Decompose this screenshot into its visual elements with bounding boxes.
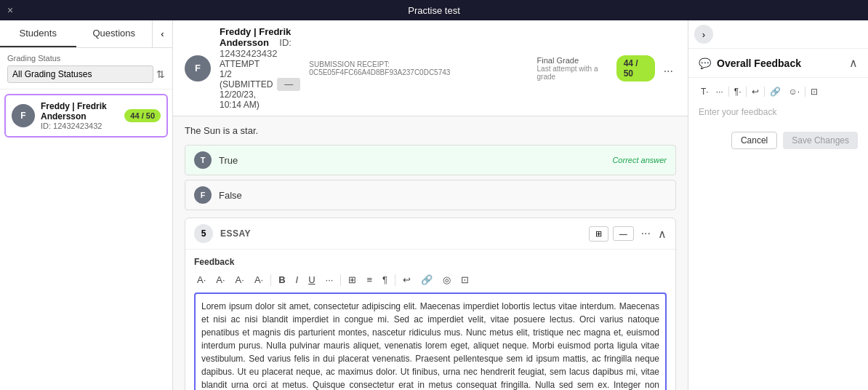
question-type: ESSAY bbox=[220, 228, 589, 239]
header-student-name: Freddy | Fredrik Andersson ID: 124324234… bbox=[220, 26, 300, 59]
final-grade-label: Final Grade bbox=[537, 56, 611, 65]
editor-sep-3 bbox=[764, 87, 765, 97]
editor-sep-4 bbox=[805, 87, 805, 97]
feedback-toolbar: A· A· A· A· B I U ··· ⊞ ≡ ¶ ↩ bbox=[194, 273, 667, 287]
feedback-tool-underline[interactable]: U bbox=[305, 273, 318, 287]
feedback-tool-para[interactable]: ¶ bbox=[379, 273, 390, 287]
overall-feedback-section: 💬 Overall Feedback ∧ T· ··· ¶· ↩ 🔗 ☺· bbox=[688, 49, 868, 156]
final-grade-badge: 44 / 50 bbox=[616, 55, 655, 81]
student-info: Freddy | Fredrik Andersson ID: 124324234… bbox=[41, 101, 118, 130]
essay-header: 5 ESSAY ⊞ — ··· ∧ bbox=[185, 218, 675, 250]
close-icon[interactable]: × bbox=[7, 4, 13, 16]
editor-sep-1 bbox=[728, 87, 729, 97]
tab-questions[interactable]: Questions bbox=[76, 20, 153, 47]
false-icon: F bbox=[194, 186, 212, 204]
sidebar-tabs: Students Questions ‹ bbox=[0, 20, 172, 48]
correct-answer-label: Correct answer bbox=[612, 156, 667, 164]
feedback-tool-link[interactable]: 🔗 bbox=[418, 273, 435, 287]
editor-tool-dots[interactable]: ··· bbox=[714, 85, 726, 98]
top-bar: × Practise test bbox=[0, 0, 868, 20]
editor-tool-link[interactable]: 🔗 bbox=[768, 85, 783, 98]
overall-feedback-cancel-button[interactable]: Cancel bbox=[731, 132, 777, 149]
editor-tool-para[interactable]: ¶· bbox=[732, 85, 744, 98]
essay-icon-btn-1[interactable]: ⊞ bbox=[589, 226, 608, 242]
question-text: The Sun is a star. bbox=[185, 125, 676, 136]
header-student-info: Freddy | Fredrik Andersson ID: 124324234… bbox=[220, 26, 300, 110]
toolbar-sep-1 bbox=[270, 274, 271, 286]
editor-tool-undo[interactable]: ↩ bbox=[750, 85, 761, 98]
feedback-text-area[interactable]: Lorem ipsum dolor sit amet, consectetur … bbox=[194, 292, 667, 390]
answer-false: F False bbox=[185, 180, 676, 210]
editor-tool-text[interactable]: T· bbox=[699, 85, 711, 98]
essay-more-button[interactable]: ··· bbox=[638, 227, 654, 240]
essay-section: 5 ESSAY ⊞ — ··· ∧ Feedback A· A· bbox=[185, 218, 676, 390]
questions-content: The Sun is a star. T True Correct answer… bbox=[173, 116, 688, 390]
attempt-button[interactable]: — bbox=[277, 78, 300, 91]
grading-status-select[interactable]: All Grading Statuses Graded Not Graded bbox=[7, 65, 153, 83]
main-layout: Students Questions ‹ Grading Status All … bbox=[0, 20, 868, 390]
true-icon: T bbox=[194, 151, 212, 169]
overall-feedback-collapse-button[interactable]: ∧ bbox=[849, 56, 858, 70]
final-grade-sublabel: Last attempt with a grade bbox=[537, 65, 611, 81]
false-label: False bbox=[219, 190, 667, 201]
overall-feedback-header[interactable]: 💬 Overall Feedback ∧ bbox=[688, 49, 868, 78]
feedback-tool-table[interactable]: ⊞ bbox=[345, 273, 359, 287]
feedback-tool-embed[interactable]: ◎ bbox=[440, 273, 454, 287]
true-label: True bbox=[219, 155, 612, 166]
student-avatar: F bbox=[12, 104, 35, 127]
overall-feedback-title: 💬 Overall Feedback bbox=[699, 57, 801, 69]
sidebar-nav-button[interactable]: ‹ bbox=[152, 20, 172, 47]
final-grade-section: Final Grade Last attempt with a grade 44… bbox=[537, 55, 676, 81]
feedback-label: Feedback bbox=[194, 257, 667, 267]
app-title: Practise test bbox=[408, 5, 460, 16]
right-panel-toggle: › bbox=[688, 20, 868, 49]
toolbar-sep-3 bbox=[395, 274, 395, 286]
feedback-tool-text[interactable]: A· bbox=[194, 273, 209, 287]
essay-collapse-button[interactable]: ∧ bbox=[658, 227, 667, 241]
toolbar-sep-2 bbox=[340, 274, 341, 286]
editor-placeholder[interactable]: Enter your feedback bbox=[699, 104, 858, 120]
overall-feedback-icon: 💬 bbox=[699, 57, 711, 69]
feedback-tool-color[interactable]: A· bbox=[213, 273, 228, 287]
feedback-tool-italic[interactable]: I bbox=[293, 273, 302, 287]
editor-sep-2 bbox=[746, 87, 747, 97]
content-area: F Freddy | Fredrik Andersson ID: 1243242… bbox=[173, 20, 688, 390]
feedback-tool-attach[interactable]: ⊡ bbox=[458, 273, 472, 287]
final-grade-info: Final Grade Last attempt with a grade bbox=[537, 56, 611, 81]
feedback-tool-highlight[interactable]: A· bbox=[233, 273, 247, 287]
tab-students[interactable]: Students bbox=[0, 20, 76, 47]
essay-toolbar-right: ⊞ — ··· ∧ bbox=[589, 226, 667, 242]
content-header: F Freddy | Fredrik Andersson ID: 1243242… bbox=[173, 20, 688, 116]
header-student-avatar: F bbox=[185, 55, 211, 81]
student-id: ID: 12432423432 bbox=[41, 122, 118, 130]
editor-toolbar: T· ··· ¶· ↩ 🔗 ☺· ⊡ bbox=[699, 85, 858, 98]
panel-toggle-button[interactable]: › bbox=[694, 25, 713, 44]
editor-tool-emoji[interactable]: ☺· bbox=[786, 85, 802, 98]
feedback-tool-subscript[interactable]: A· bbox=[252, 273, 266, 287]
editor-tool-attach[interactable]: ⊡ bbox=[808, 85, 820, 98]
attempt-info: ATTEMPT 1/2 (SUBMITTED 12/20/23, 10:14 A… bbox=[220, 59, 300, 110]
right-panel: › 💬 Overall Feedback ∧ T· ··· ¶· ↩ bbox=[688, 20, 868, 390]
student-card[interactable]: F Freddy | Fredrik Andersson ID: 1243242… bbox=[4, 94, 168, 138]
feedback-tool-dots[interactable]: ··· bbox=[323, 273, 337, 287]
overall-feedback-editor: T· ··· ¶· ↩ 🔗 ☺· ⊡ Enter your feedback bbox=[688, 78, 868, 127]
student-list: F Freddy | Fredrik Andersson ID: 1243242… bbox=[0, 89, 172, 390]
filter-sort-icon[interactable]: ⇅ bbox=[156, 68, 165, 80]
overall-feedback-actions: Cancel Save Changes bbox=[688, 127, 868, 156]
student-name: Freddy | Fredrik Andersson bbox=[41, 101, 118, 122]
overall-feedback-save-button[interactable]: Save Changes bbox=[783, 132, 858, 149]
essay-icon-btn-2[interactable]: — bbox=[613, 226, 634, 241]
feedback-tool-bold[interactable]: B bbox=[276, 273, 288, 287]
feedback-tool-undo[interactable]: ↩ bbox=[400, 273, 414, 287]
question-number: 5 bbox=[194, 224, 213, 243]
final-grade-more-button[interactable]: ... bbox=[661, 62, 676, 75]
attempt-text: ATTEMPT 1/2 (SUBMITTED 12/20/23, 10:14 A… bbox=[220, 59, 273, 110]
answer-true: T True Correct answer bbox=[185, 145, 676, 175]
submission-receipt: SUBMISSION RECEIPT: 0C5E05F4FC66A4D8BF93… bbox=[309, 60, 516, 76]
feedback-section: Feedback A· A· A· A· B I U ··· ⊞ bbox=[185, 250, 675, 390]
grading-filter-wrap: All Grading Statuses Graded Not Graded bbox=[7, 65, 153, 83]
grading-filter-row: All Grading Statuses Graded Not Graded ⇅ bbox=[7, 65, 165, 83]
feedback-tool-align[interactable]: ≡ bbox=[363, 273, 375, 287]
feedback-para-1: Lorem ipsum dolor sit amet, consectetur … bbox=[201, 300, 659, 390]
sidebar: Students Questions ‹ Grading Status All … bbox=[0, 20, 173, 390]
